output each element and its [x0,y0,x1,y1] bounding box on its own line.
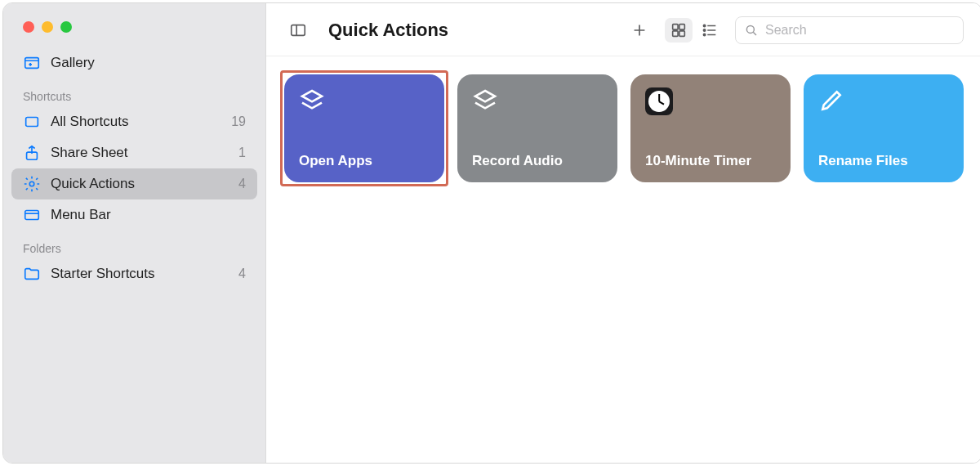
item-label: Menu Bar [51,207,111,223]
item-label: All Shortcuts [51,114,128,130]
svg-rect-15 [673,31,678,36]
window-controls [11,3,257,47]
list-view-button[interactable] [696,18,724,43]
menubar-icon [23,206,41,224]
sidebar-item-menu-bar[interactable]: Menu Bar [11,199,257,231]
svg-rect-13 [673,25,678,29]
shortcut-card-rename-files[interactable]: Rename Files [804,74,964,182]
pencil-icon [818,87,844,114]
sidebar-item-share-sheet[interactable]: Share Sheet 1 [11,137,257,168]
search-input[interactable] [765,23,955,38]
card-title: Rename Files [818,153,949,169]
item-label: Quick Actions [51,176,135,192]
section-header-folders: Folders [11,231,257,258]
shortcuts-grid: Open Apps Record Audio 10-Minute Timer R… [266,56,980,200]
layers-icon [299,87,325,114]
card-title: Open Apps [299,153,430,169]
search-field[interactable] [735,16,964,44]
svg-rect-4 [26,118,38,127]
shortcut-card-record-audio[interactable]: Record Audio [457,74,617,182]
item-count: 4 [238,177,246,191]
svg-line-24 [753,32,756,35]
item-label: Starter Shortcuts [51,266,155,282]
svg-point-6 [29,181,34,186]
svg-rect-16 [679,31,684,36]
stack-icon [23,113,41,131]
gallery-icon [23,54,41,72]
grid-view-button[interactable] [665,18,693,43]
shortcut-card-open-apps[interactable]: Open Apps [284,74,444,182]
sidebar-item-all-shortcuts[interactable]: All Shortcuts 19 [11,106,257,137]
search-icon [744,23,759,38]
fullscreen-window-button[interactable] [60,21,72,33]
app-window: Gallery Shortcuts All Shortcuts 19 Share… [2,2,980,464]
gallery-label: Gallery [51,55,95,71]
close-window-button[interactable] [23,21,34,33]
view-toggle [665,18,724,43]
item-count: 4 [238,267,246,281]
clock-icon [645,87,673,115]
add-shortcut-button[interactable] [626,18,653,43]
shortcut-card-10-minute-timer[interactable]: 10-Minute Timer [630,74,791,182]
layers-icon [472,87,498,114]
folder-icon [23,265,41,283]
share-icon [23,144,41,162]
toggle-sidebar-button[interactable] [284,18,312,43]
main-content: Quick Actions [266,3,980,463]
minimize-window-button[interactable] [42,21,53,33]
svg-point-23 [746,25,754,33]
sidebar-item-gallery[interactable]: Gallery [11,47,257,78]
gear-icon [23,175,41,193]
sidebar: Gallery Shortcuts All Shortcuts 19 Share… [3,3,266,463]
card-title: Record Audio [472,153,603,169]
item-label: Share Sheet [51,145,128,161]
card-title: 10-Minute Timer [645,153,776,169]
svg-rect-14 [679,25,684,29]
toolbar: Quick Actions [266,3,980,56]
svg-rect-7 [25,211,39,220]
svg-point-19 [703,29,705,31]
svg-point-21 [703,34,705,35]
item-count: 1 [238,146,246,160]
item-count: 19 [231,114,246,129]
section-header-shortcuts: Shortcuts [11,78,257,106]
svg-rect-0 [25,58,39,69]
svg-rect-9 [292,25,305,36]
page-title: Quick Actions [328,20,448,41]
sidebar-item-starter-shortcuts[interactable]: Starter Shortcuts 4 [11,258,257,289]
sidebar-item-quick-actions[interactable]: Quick Actions 4 [11,168,257,199]
svg-point-17 [703,25,705,26]
